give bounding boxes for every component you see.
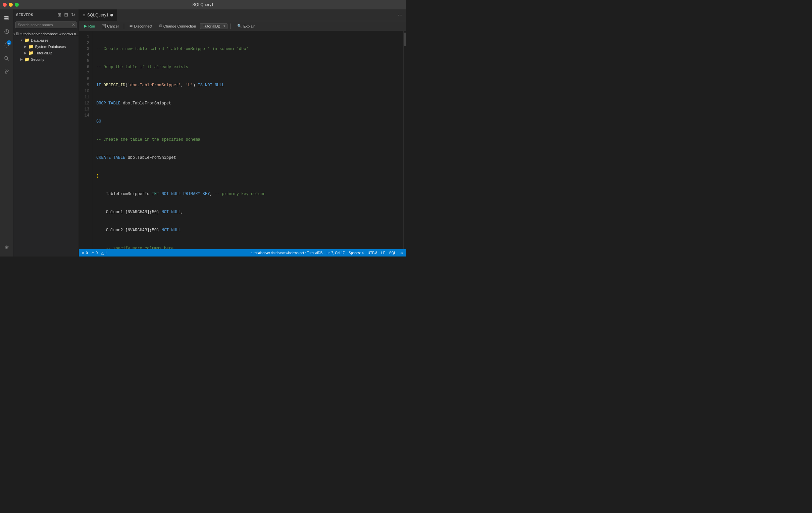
status-feedback[interactable]: ☺ xyxy=(400,251,403,255)
status-position[interactable]: Ln 7, Col 17 xyxy=(326,251,345,255)
status-errors[interactable]: ⊗ 0 xyxy=(82,251,88,255)
sidebar-item-git[interactable] xyxy=(1,66,13,78)
connection-selector[interactable]: TutorialDB xyxy=(200,23,228,29)
refresh-icon[interactable]: ↻ xyxy=(70,11,76,18)
line-num-4: 4 xyxy=(79,52,89,58)
line-num-9: 9 xyxy=(79,82,89,88)
tab-label: SQLQuery1 xyxy=(87,13,108,18)
app-layout: 1 SERVERS ⊞ ⊟ ↻ ✕ ▾ xyxy=(0,9,406,256)
status-line-ending[interactable]: LF xyxy=(381,251,385,255)
unsaved-indicator xyxy=(110,14,113,17)
search-input[interactable] xyxy=(16,22,77,28)
sidebar-item-search[interactable] xyxy=(1,52,13,64)
svg-point-2 xyxy=(8,17,9,17)
line-num-6: 6 xyxy=(79,64,89,70)
sidebar-header: SERVERS ⊞ ⊟ ↻ xyxy=(13,9,79,20)
more-tabs-button[interactable]: ··· xyxy=(394,9,406,21)
run-button[interactable]: ▶ Run xyxy=(82,23,98,29)
svg-point-5 xyxy=(5,56,8,59)
line-numbers: 1 2 3 4 5 6 7 8 9 10 11 12 13 14 xyxy=(79,31,92,249)
change-connection-button[interactable]: ⛁ Change Connection xyxy=(156,23,199,29)
editor-tab-sqlquery1[interactable]: ≡ SQLQuery1 xyxy=(79,9,117,21)
tree-item-system-databases[interactable]: ▶ 📁 System Databases xyxy=(13,43,79,50)
maximize-button[interactable] xyxy=(15,3,19,7)
tree-item-databases[interactable]: ▾ 📁 Databases xyxy=(13,37,79,43)
arrow-tutorialdb: ▶ xyxy=(23,51,28,55)
cancel-button[interactable]: □ Cancel xyxy=(99,23,121,29)
folder-tutorialdb-icon: 📁 xyxy=(28,50,34,55)
tree-item-security[interactable]: ▶ 📁 Security xyxy=(13,56,79,62)
status-spaces[interactable]: Spaces: 4 xyxy=(349,251,364,255)
line-num-14: 14 xyxy=(79,112,89,118)
tree-item-tutorialdb[interactable]: ▶ 📁 TutorialDB xyxy=(13,50,79,56)
warning-icon: ⚠ xyxy=(91,251,95,255)
code-line-5: GO xyxy=(96,118,399,125)
status-right: tutorialserver.database.windows.net : Tu… xyxy=(251,251,403,255)
cancel-icon: □ xyxy=(102,24,106,28)
code-line-1: -- Create a new table called 'TableFromS… xyxy=(96,46,399,52)
new-connection-icon[interactable]: ⊞ xyxy=(57,11,62,18)
tab-bar: ≡ SQLQuery1 ··· xyxy=(79,9,406,21)
sidebar-item-history[interactable] xyxy=(1,26,13,37)
settings-button[interactable] xyxy=(1,242,13,254)
svg-point-9 xyxy=(7,70,8,71)
arrow-databases: ▾ xyxy=(19,38,24,42)
titlebar: SQLQuery1 xyxy=(0,0,406,9)
disconnect-button[interactable]: ⇌ Disconnect xyxy=(127,23,155,29)
code-editor: 1 2 3 4 5 6 7 8 9 10 11 12 13 14 -- Crea… xyxy=(79,31,406,249)
sidebar-item-notifications[interactable]: 1 xyxy=(1,39,13,51)
status-left: ⊗ 0 ⚠ 0 △ 1 xyxy=(82,251,107,255)
tree-view: ▾ 🖥 tutorialserver.database.windows.n...… xyxy=(13,30,79,256)
line-num-8: 8 xyxy=(79,76,89,82)
scroll-handle[interactable] xyxy=(404,32,406,46)
activity-bar: 1 xyxy=(0,9,13,256)
code-line-6: -- Create the table in the specified sch… xyxy=(96,137,399,143)
line-num-10: 10 xyxy=(79,88,89,94)
code-line-12: -- specify more columns here xyxy=(96,245,399,249)
code-line-8: ( xyxy=(96,173,399,179)
line-num-12: 12 xyxy=(79,100,89,106)
sidebar-item-servers[interactable] xyxy=(1,12,13,24)
tutorialdb-label: TutorialDB xyxy=(35,51,52,55)
svg-point-8 xyxy=(5,73,6,74)
line-num-2: 2 xyxy=(79,40,89,46)
folder-system-db-icon: 📁 xyxy=(28,44,34,49)
explain-button[interactable]: 🔍 Explain xyxy=(235,23,258,29)
notification-badge: 1 xyxy=(7,40,11,45)
tree-item-server[interactable]: ▾ 🖥 tutorialserver.database.windows.n... xyxy=(13,31,79,37)
code-line-11: Column2 [NVARCHAR] (50) NOT NULL xyxy=(96,227,399,233)
code-line-7: CREATE TABLE dbo . TableFromSnippet xyxy=(96,155,399,161)
sidebar-title: SERVERS xyxy=(16,13,33,17)
editor-area: ≡ SQLQuery1 ··· ▶ Run □ Cancel ⇌ Disconn… xyxy=(79,9,406,256)
line-num-13: 13 xyxy=(79,106,89,112)
search-box: ✕ xyxy=(16,22,77,28)
sql-file-icon: ≡ xyxy=(83,13,85,18)
server-label: tutorialserver.database.windows.n... xyxy=(21,32,79,36)
editor-toolbar: ▶ Run □ Cancel ⇌ Disconnect ⛁ Change Con… xyxy=(79,21,406,31)
code-line-4: DROP TABLE dbo.TableFromSnippet xyxy=(96,100,399,106)
folder-databases-icon: 📁 xyxy=(24,37,30,43)
line-num-5: 5 xyxy=(79,58,89,64)
collapse-all-icon[interactable]: ⊟ xyxy=(63,11,69,18)
close-button[interactable] xyxy=(3,3,7,7)
svg-point-3 xyxy=(8,19,9,19)
line-num-3: 3 xyxy=(79,46,89,52)
status-language[interactable]: SQL xyxy=(389,251,396,255)
minimize-button[interactable] xyxy=(9,3,13,7)
connection-select-input[interactable]: TutorialDB xyxy=(200,23,228,29)
window-controls xyxy=(3,3,19,7)
code-content[interactable]: -- Create a new table called 'TableFromS… xyxy=(92,31,403,249)
sidebar-header-icons: ⊞ ⊟ ↻ xyxy=(57,11,76,18)
line-num-11: 11 xyxy=(79,94,89,100)
security-label: Security xyxy=(31,57,44,61)
sidebar: SERVERS ⊞ ⊟ ↻ ✕ ▾ 🖥 tutorialserver.datab… xyxy=(13,9,79,256)
window-title: SQLQuery1 xyxy=(192,2,213,7)
minimap xyxy=(403,31,406,249)
line-num-7: 7 xyxy=(79,70,89,76)
search-clear-icon[interactable]: ✕ xyxy=(72,23,75,27)
status-encoding[interactable]: UTF-8 xyxy=(368,251,377,255)
status-warnings[interactable]: ⚠ 0 xyxy=(91,251,98,255)
folder-security-icon: 📁 xyxy=(24,57,30,62)
status-server[interactable]: tutorialserver.database.windows.net : Tu… xyxy=(251,251,322,255)
status-alerts[interactable]: △ 1 xyxy=(101,251,107,255)
